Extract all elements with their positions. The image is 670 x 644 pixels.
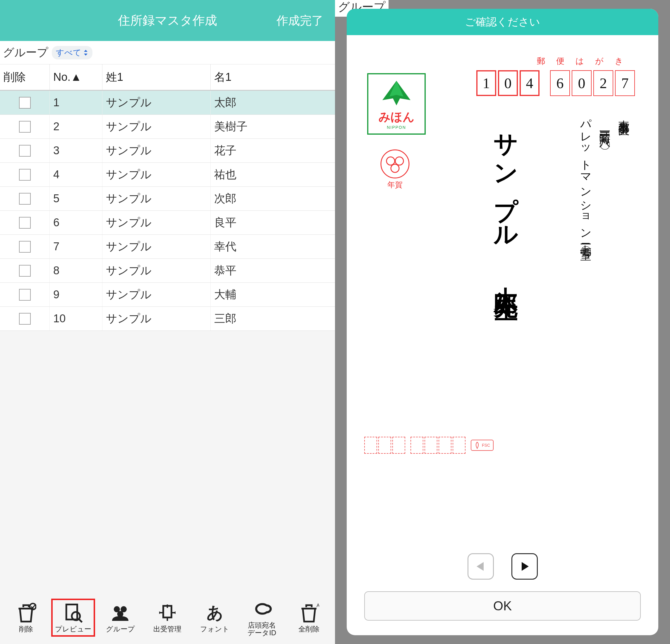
toolbar-history-button[interactable]: 出受管理 bbox=[145, 600, 189, 635]
page-title: 住所録マスタ作成 bbox=[118, 12, 217, 29]
row-sei: サンプル bbox=[103, 283, 211, 306]
postal-digit: 6 bbox=[550, 70, 570, 96]
postal-label-char: き bbox=[615, 56, 623, 67]
toolbar-label: 出受管理 bbox=[153, 625, 182, 633]
row-checkbox-cell bbox=[0, 91, 50, 115]
col-delete[interactable]: 削除 bbox=[0, 64, 50, 90]
svg-text:年賀: 年賀 bbox=[387, 181, 403, 189]
svg-text:あ: あ bbox=[206, 603, 223, 621]
checkbox[interactable] bbox=[19, 289, 31, 301]
postal-digit: 0 bbox=[572, 70, 592, 96]
table-header: 削除 No.▲ 姓1 名1 bbox=[0, 64, 335, 91]
stamp-text: みほん bbox=[379, 109, 415, 125]
toolbar-label: グループ bbox=[106, 625, 135, 633]
checkbox[interactable] bbox=[19, 169, 31, 181]
checkbox[interactable] bbox=[19, 217, 31, 228]
sender-postal: FSC bbox=[364, 437, 494, 454]
postal-digit: 4 bbox=[520, 70, 539, 96]
postal-header-label: 郵便はがき bbox=[537, 56, 623, 67]
col-mei[interactable]: 名1 bbox=[211, 64, 335, 90]
checkbox[interactable] bbox=[19, 265, 31, 277]
row-mei: 恭平 bbox=[211, 259, 335, 282]
postal-label-char: 郵 bbox=[537, 56, 545, 67]
row-mei: 大輔 bbox=[211, 283, 335, 306]
group-select[interactable]: すべて bbox=[52, 46, 92, 60]
postal-label-char: は bbox=[576, 56, 584, 67]
postal-digit: 0 bbox=[498, 70, 518, 96]
topbar: 住所録マスタ作成 作成完了 bbox=[0, 0, 335, 41]
table-row[interactable]: 8サンプル恭平 bbox=[0, 259, 335, 283]
table-row[interactable]: 3サンプル花子 bbox=[0, 139, 335, 163]
row-no: 7 bbox=[50, 235, 103, 259]
prev-button[interactable] bbox=[468, 553, 494, 580]
toolbar-preview-button[interactable]: プレビュー bbox=[51, 599, 95, 637]
svg-marker-18 bbox=[522, 562, 529, 571]
row-sei: サンプル bbox=[103, 139, 211, 162]
toolbar-dataid-button[interactable]: 店頭宛名 データID bbox=[240, 596, 284, 639]
table-row[interactable]: 10サンプル三郎 bbox=[0, 307, 335, 331]
toolbar-label: 削除 bbox=[19, 625, 33, 633]
nenga-mark: 年賀 bbox=[376, 146, 414, 190]
table-row[interactable]: 6サンプル良平 bbox=[0, 211, 335, 235]
row-mei: 太郎 bbox=[211, 91, 335, 115]
toolbar-label: フォント bbox=[200, 625, 229, 633]
col-no[interactable]: No.▲ bbox=[50, 64, 103, 90]
row-no: 4 bbox=[50, 163, 103, 186]
screen-address-list: 住所録マスタ作成 作成完了 グループ すべて 削除 No.▲ 姓1 名1 1サン… bbox=[0, 0, 335, 644]
address-line: パレットマンション二七〇一号室 bbox=[577, 111, 594, 242]
row-mei: 幸代 bbox=[211, 235, 335, 259]
toolbar-group-button[interactable]: グループ bbox=[98, 600, 142, 635]
address-table: 削除 No.▲ 姓1 名1 1サンプル太郎2サンプル美樹子3サンプル花子4サンプ… bbox=[0, 64, 335, 331]
svg-line-3 bbox=[79, 619, 82, 622]
toolbar-delall-button[interactable]: ALL全削除 bbox=[287, 600, 331, 635]
row-no: 2 bbox=[50, 115, 103, 139]
toolbar-label: プレビュー bbox=[55, 625, 91, 633]
row-checkbox-cell bbox=[0, 283, 50, 306]
toolbar-label: 全削除 bbox=[298, 625, 320, 633]
row-mei: 花子 bbox=[211, 139, 335, 162]
address-line: 東京都中央区 bbox=[615, 111, 632, 242]
font-icon: あ bbox=[204, 602, 225, 623]
toolbar-label: 店頭宛名 データID bbox=[247, 621, 276, 637]
checkbox[interactable] bbox=[19, 145, 31, 157]
toolbar-font-button[interactable]: あフォント bbox=[193, 600, 237, 635]
svg-text:ALL: ALL bbox=[317, 603, 319, 608]
postal-digit: 2 bbox=[593, 70, 613, 96]
checkbox[interactable] bbox=[19, 241, 31, 253]
row-mei: 次郎 bbox=[211, 187, 335, 210]
row-mei: 祐也 bbox=[211, 163, 335, 186]
row-no: 6 bbox=[50, 211, 103, 235]
ok-button[interactable]: OK bbox=[364, 591, 641, 621]
col-sei[interactable]: 姓1 bbox=[103, 64, 211, 90]
row-checkbox-cell bbox=[0, 139, 50, 162]
checkbox[interactable] bbox=[19, 121, 31, 133]
table-row[interactable]: 5サンプル次郎 bbox=[0, 187, 335, 211]
row-sei: サンプル bbox=[103, 163, 211, 186]
postcard-preview: 郵便はがき 1046027 東京都中央区 晴海一ー八ー一〇パレットマンション二七… bbox=[347, 35, 658, 548]
next-button[interactable] bbox=[511, 553, 538, 580]
stamp-sub: NIPPON bbox=[387, 125, 406, 130]
bottom-toolbar: 削除プレビューグループ出受管理あフォント店頭宛名 データIDALL全削除 bbox=[0, 594, 335, 638]
svg-point-13 bbox=[387, 157, 395, 165]
preview-icon bbox=[63, 602, 83, 623]
group-icon bbox=[110, 602, 131, 623]
checkbox[interactable] bbox=[19, 193, 31, 205]
table-row[interactable]: 9サンプル大輔 bbox=[0, 283, 335, 307]
toolbar-delete-button[interactable]: 削除 bbox=[4, 600, 48, 635]
svg-marker-17 bbox=[477, 562, 484, 571]
done-button[interactable]: 作成完了 bbox=[277, 13, 323, 29]
confirm-modal: ご確認ください 郵便はがき 1046027 東京都中央区 晴海一ー八ー一〇パレッ… bbox=[347, 9, 658, 635]
checkbox[interactable] bbox=[19, 313, 31, 325]
table-row[interactable]: 2サンプル美樹子 bbox=[0, 115, 335, 139]
table-row[interactable]: 4サンプル祐也 bbox=[0, 163, 335, 187]
checkbox[interactable] bbox=[19, 97, 31, 109]
postal-digit: 7 bbox=[615, 70, 635, 96]
row-no: 1 bbox=[50, 91, 103, 115]
postal-label-char: 便 bbox=[556, 56, 564, 67]
row-mei: 良平 bbox=[211, 211, 335, 235]
table-row[interactable]: 7サンプル幸代 bbox=[0, 235, 335, 259]
recipient-name: サンプル 太郎先生 bbox=[490, 117, 522, 282]
row-no: 3 bbox=[50, 139, 103, 162]
table-row[interactable]: 1サンプル太郎 bbox=[0, 91, 335, 115]
delete-icon bbox=[16, 602, 36, 623]
